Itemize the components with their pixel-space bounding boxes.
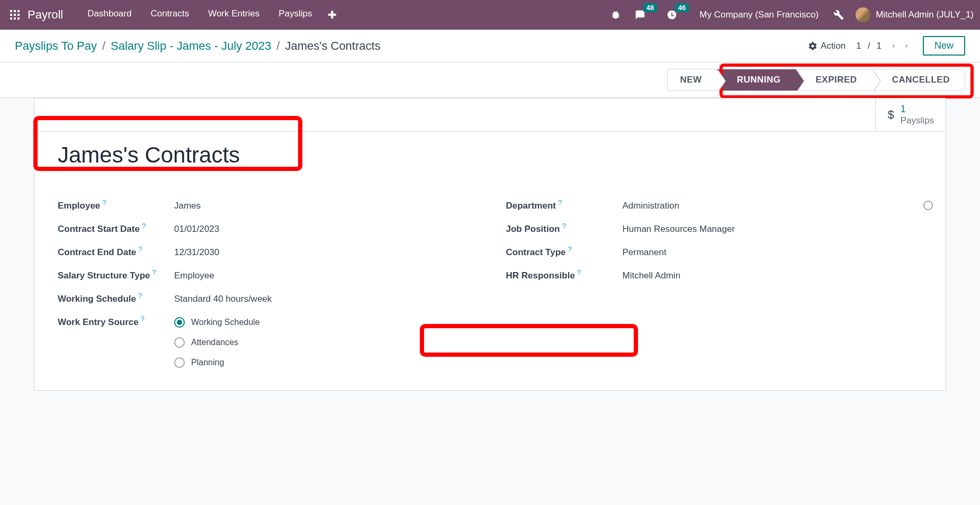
- svg-rect-0: [10, 10, 12, 12]
- help-icon[interactable]: ?: [558, 199, 562, 206]
- pager-next-icon[interactable]: [902, 41, 912, 51]
- help-icon[interactable]: ?: [562, 222, 566, 230]
- value-contract-type[interactable]: Permanent: [623, 247, 923, 258]
- label-source: Work Entry Source?: [58, 317, 174, 328]
- breadcrumb: Payslips To Pay / Salary Slip - James - …: [15, 39, 381, 53]
- pager-prev-icon[interactable]: [888, 41, 898, 51]
- help-icon[interactable]: ?: [152, 268, 156, 276]
- svg-rect-6: [10, 17, 12, 20]
- value-job[interactable]: Human Resources Manager: [623, 224, 923, 235]
- status-expired[interactable]: EXPIRED: [796, 69, 872, 91]
- value-start-date[interactable]: 01/01/2023: [174, 224, 474, 235]
- help-icon[interactable]: ?: [568, 245, 572, 253]
- form-sheet: $ 1 Payslips James's Contracts Employee?…: [34, 98, 946, 391]
- svg-rect-5: [17, 14, 20, 16]
- new-button[interactable]: New: [923, 36, 965, 56]
- pager-from: 1: [856, 41, 861, 51]
- help-icon[interactable]: ?: [577, 268, 581, 276]
- crumb-sep: /: [276, 39, 280, 53]
- radio-label: Attendances: [191, 338, 238, 347]
- svg-rect-3: [10, 14, 12, 16]
- svg-rect-1: [14, 10, 16, 12]
- stat-payslips[interactable]: $ 1 Payslips: [875, 98, 946, 131]
- value-end-date[interactable]: 12/31/2030: [174, 247, 474, 258]
- status-cancelled[interactable]: CANCELLED: [872, 69, 965, 91]
- messages-badge: 48: [643, 3, 657, 12]
- help-icon[interactable]: ?: [142, 222, 146, 230]
- apps-icon[interactable]: [6, 6, 23, 23]
- value-department[interactable]: Administration: [623, 201, 923, 211]
- highlight-title: [33, 116, 302, 171]
- control-panel-right: Action 1 / 1 New: [808, 36, 965, 56]
- crumb-salary-slip[interactable]: Salary Slip - James - July 2023: [111, 39, 271, 53]
- nav-plus-icon[interactable]: ✚: [321, 4, 343, 25]
- svg-rect-2: [17, 10, 20, 12]
- label-department: Department?: [506, 201, 623, 211]
- status-new[interactable]: NEW: [668, 69, 717, 91]
- label-contract-type: Contract Type?: [506, 247, 623, 258]
- statusbar: NEW RUNNING EXPIRED CANCELLED: [667, 69, 966, 91]
- radio-planning[interactable]: Planning: [174, 357, 474, 368]
- help-icon[interactable]: ?: [138, 292, 142, 300]
- help-icon[interactable]: ?: [138, 245, 142, 253]
- nav-right: 48 46 My Company (San Francisco) Mitchel…: [608, 7, 974, 22]
- label-end-date: Contract End Date?: [58, 247, 174, 258]
- radio-icon: [174, 337, 185, 348]
- value-hr-responsible[interactable]: Mitchell Admin: [623, 270, 923, 281]
- value-schedule[interactable]: Standard 40 hours/week: [174, 294, 474, 304]
- nav-payslips[interactable]: Payslips: [269, 4, 321, 25]
- messages-icon[interactable]: 48: [633, 7, 648, 22]
- action-menu[interactable]: Action: [808, 41, 846, 51]
- radio-label: Working Schedule: [191, 318, 260, 327]
- dollar-icon: $: [887, 108, 894, 122]
- label-structure: Salary Structure Type?: [58, 270, 174, 281]
- pager-to: 1: [877, 41, 882, 51]
- avatar: [856, 7, 870, 22]
- stat-count: 1: [901, 104, 934, 115]
- crumb-current: James's Contracts: [285, 39, 380, 53]
- svg-rect-8: [17, 17, 20, 20]
- highlight-hr-responsible: [420, 324, 638, 357]
- activities-badge: 46: [675, 3, 689, 12]
- user-menu[interactable]: Mitchell Admin (JULY_1): [856, 7, 974, 22]
- company-selector[interactable]: My Company (San Francisco): [696, 10, 822, 20]
- pager-sep: /: [868, 41, 870, 51]
- nav-dashboard[interactable]: Dashboard: [78, 4, 141, 25]
- radio-label: Planning: [191, 358, 224, 367]
- activities-icon[interactable]: 46: [664, 7, 679, 22]
- control-panel: Payslips To Pay / Salary Slip - James - …: [0, 30, 980, 62]
- navbar: Payroll Dashboard Contracts Work Entries…: [0, 0, 980, 30]
- label-schedule: Working Schedule?: [58, 294, 174, 304]
- kanban-state[interactable]: [923, 201, 933, 210]
- radio-icon: [174, 357, 185, 368]
- value-structure[interactable]: Employee: [174, 270, 474, 281]
- crumb-payslips[interactable]: Payslips To Pay: [15, 39, 97, 53]
- nav-contracts[interactable]: Contracts: [141, 4, 199, 25]
- debug-icon[interactable]: [608, 7, 623, 22]
- brand[interactable]: Payroll: [28, 8, 63, 22]
- tools-icon[interactable]: [831, 7, 846, 22]
- svg-rect-7: [14, 17, 16, 20]
- stat-label: Payslips: [901, 115, 934, 126]
- value-employee[interactable]: James: [174, 201, 474, 211]
- nav-links: Dashboard Contracts Work Entries Payslip…: [78, 4, 343, 25]
- pager: 1 / 1: [856, 41, 912, 51]
- label-employee: Employee?: [58, 201, 174, 211]
- radio-icon: [174, 317, 185, 328]
- label-job: Job Position?: [506, 224, 623, 235]
- help-icon[interactable]: ?: [141, 315, 145, 323]
- crumb-sep: /: [102, 39, 105, 53]
- username: Mitchell Admin (JULY_1): [876, 10, 974, 20]
- help-icon[interactable]: ?: [102, 199, 106, 206]
- statusbar-row: NEW RUNNING EXPIRED CANCELLED: [0, 62, 980, 98]
- svg-rect-4: [14, 14, 16, 16]
- label-start-date: Contract Start Date?: [58, 224, 174, 235]
- nav-work-entries[interactable]: Work Entries: [199, 4, 269, 25]
- status-running[interactable]: RUNNING: [717, 69, 796, 91]
- action-label: Action: [821, 41, 846, 51]
- label-hr-responsible: HR Responsible?: [506, 270, 623, 281]
